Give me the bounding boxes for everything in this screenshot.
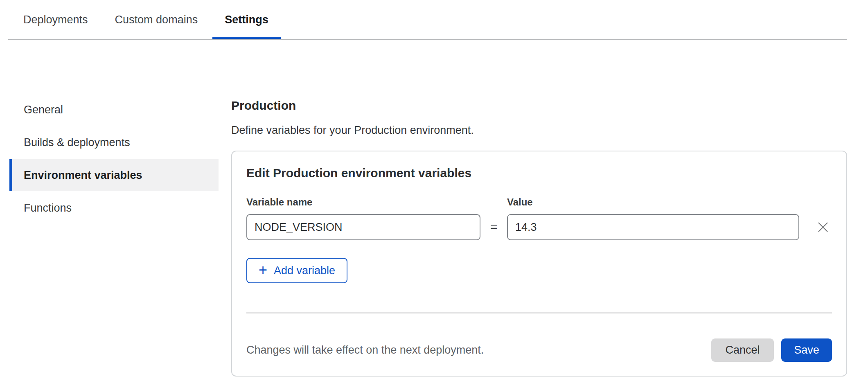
content: General Builds & deployments Environment… [0,40,868,377]
sidebar-item-general[interactable]: General [9,94,219,126]
add-variable-label: Add variable [274,264,335,277]
tab-custom-domains[interactable]: Custom domains [103,0,210,40]
equals-sign: = [480,214,507,240]
variable-name-field: Variable name [246,196,480,240]
close-icon [817,221,829,233]
variable-row: Variable name = Value [246,196,832,240]
footer-note: Changes will take effect on the next dep… [246,344,711,356]
variable-name-input[interactable] [246,214,480,240]
tab-deployments[interactable]: Deployments [11,0,100,40]
sidebar-item-functions[interactable]: Functions [9,192,219,224]
card-footer: Changes will take effect on the next dep… [246,338,832,362]
cancel-button[interactable]: Cancel [711,338,774,362]
tabs: Deployments Custom domains Settings [0,0,868,40]
tab-settings[interactable]: Settings [212,0,281,40]
tab-bar: Deployments Custom domains Settings [0,0,868,40]
settings-sidebar: General Builds & deployments Environment… [0,40,231,377]
card-divider [246,312,832,314]
variable-value-field: Value [507,196,799,240]
main-panel: Production Define variables for your Pro… [231,40,847,377]
save-button[interactable]: Save [781,338,832,362]
edit-variables-card: Edit Production environment variables Va… [231,151,847,377]
sidebar-item-environment-variables[interactable]: Environment variables [9,159,219,191]
add-variable-button[interactable]: + Add variable [246,258,347,283]
variable-name-label: Variable name [246,196,480,208]
remove-variable-button[interactable] [814,214,832,240]
card-title: Edit Production environment variables [246,165,832,181]
section-title: Production [231,98,847,113]
variable-value-label: Value [507,196,799,208]
environment-variables-page: Deployments Custom domains Settings Gene… [0,0,868,388]
sidebar-item-builds-deployments[interactable]: Builds & deployments [9,126,219,158]
tab-bar-divider [8,39,847,40]
section-description: Define variables for your Production env… [231,124,847,137]
variable-value-input[interactable] [507,214,799,240]
